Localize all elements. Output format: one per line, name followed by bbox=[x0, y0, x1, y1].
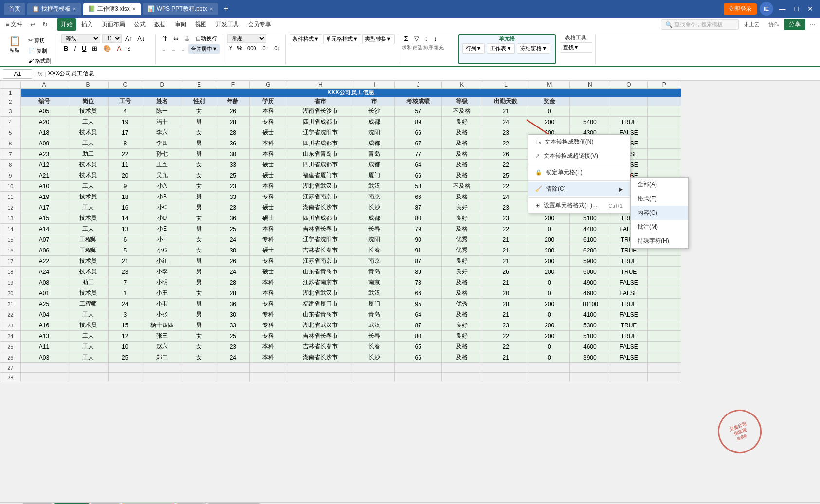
cell[interactable]: 本科 bbox=[250, 277, 287, 288]
cell[interactable]: 吴九 bbox=[142, 170, 182, 181]
align-left-button[interactable]: ≡ bbox=[160, 44, 168, 54]
cell[interactable]: 工程师 bbox=[68, 234, 108, 245]
col-h-ss[interactable]: 省市 bbox=[287, 97, 354, 106]
col-h-gw[interactable]: 岗位 bbox=[68, 97, 108, 106]
cell[interactable]: 24 bbox=[216, 234, 250, 245]
cell[interactable]: 20 bbox=[108, 170, 142, 181]
collab-btn[interactable]: 协作 bbox=[765, 19, 783, 30]
cell[interactable]: 21 bbox=[482, 234, 529, 245]
cell[interactable]: 湖南省长沙市 bbox=[287, 202, 354, 213]
cell[interactable]: 男 bbox=[182, 117, 216, 127]
context-menu-item-convert-link[interactable]: ↗ 文本转换成超链接(V) bbox=[528, 149, 630, 163]
cell[interactable]: 66 bbox=[395, 127, 442, 138]
cell[interactable]: 小A bbox=[142, 181, 182, 192]
cell-style-button[interactable]: 单元格样式▼ bbox=[323, 34, 361, 44]
font-color-button[interactable]: A bbox=[114, 44, 124, 53]
cell[interactable]: 22 bbox=[482, 224, 529, 234]
cell[interactable]: A06 bbox=[20, 245, 68, 256]
col-header-L[interactable]: L bbox=[482, 81, 529, 89]
cell[interactable]: 武汉 bbox=[354, 181, 395, 192]
cell[interactable]: 28 bbox=[216, 288, 250, 299]
cell[interactable]: 四川省成都市 bbox=[287, 213, 354, 224]
cell[interactable]: 66 bbox=[395, 352, 442, 363]
col-header-D[interactable]: D bbox=[142, 81, 182, 89]
cell[interactable]: 24 bbox=[108, 299, 142, 309]
cell[interactable]: 良好 bbox=[442, 331, 482, 342]
cell[interactable]: 湖南省长沙市 bbox=[287, 352, 354, 363]
cell[interactable]: 孙七 bbox=[142, 149, 182, 160]
cell[interactable]: 长沙 bbox=[354, 106, 395, 117]
cell[interactable]: 本科 bbox=[250, 181, 287, 192]
increase-decimal-button[interactable]: .0↑ bbox=[259, 44, 270, 52]
col-h-xb[interactable]: 性别 bbox=[182, 97, 216, 106]
cell[interactable]: 23 bbox=[216, 342, 250, 352]
cell[interactable]: 男 bbox=[182, 320, 216, 331]
cell[interactable]: 女 bbox=[182, 234, 216, 245]
cell[interactable]: 4900 bbox=[570, 277, 610, 288]
cell[interactable]: A12 bbox=[20, 160, 68, 170]
cell[interactable]: 小B bbox=[142, 192, 182, 202]
worksheet-button[interactable]: 工作表▼ bbox=[487, 43, 515, 54]
cell[interactable]: 小明 bbox=[142, 277, 182, 288]
cell[interactable]: 24 bbox=[482, 192, 529, 202]
cell[interactable]: 福建省厦门市 bbox=[287, 299, 354, 309]
cell[interactable]: 65 bbox=[395, 342, 442, 352]
cell[interactable]: 男 bbox=[182, 267, 216, 277]
cell[interactable]: 王五 bbox=[142, 160, 182, 170]
cell[interactable]: 36 bbox=[216, 299, 250, 309]
cell[interactable]: 79 bbox=[395, 224, 442, 234]
cell[interactable]: 专科 bbox=[250, 256, 287, 267]
cell[interactable]: 28 bbox=[216, 117, 250, 127]
cell[interactable]: 25 bbox=[216, 224, 250, 234]
cell[interactable]: 长春 bbox=[354, 342, 395, 352]
cell[interactable]: 4600 bbox=[570, 288, 610, 299]
align-bottom-button[interactable]: ⇊ bbox=[182, 34, 192, 43]
cell[interactable]: 本科 bbox=[250, 149, 287, 160]
cell[interactable]: 26 bbox=[482, 149, 529, 160]
cell[interactable]: 及格 bbox=[442, 277, 482, 288]
cell[interactable]: 9 bbox=[108, 181, 142, 192]
cell[interactable]: 0 bbox=[529, 352, 570, 363]
align-top-button[interactable]: ⇈ bbox=[160, 34, 170, 43]
font-increase-button[interactable]: A↑ bbox=[124, 35, 134, 43]
cell[interactable]: A24 bbox=[20, 267, 68, 277]
cell[interactable]: 硕士 bbox=[250, 245, 287, 256]
paste-button[interactable]: 📋 粘贴 bbox=[6, 34, 23, 54]
thousand-button[interactable]: 000 bbox=[245, 44, 258, 52]
cell[interactable]: 福建省厦门市 bbox=[287, 170, 354, 181]
cell[interactable]: 专科 bbox=[250, 320, 287, 331]
cell[interactable]: 成都 bbox=[354, 213, 395, 224]
cell[interactable]: TRUE bbox=[610, 299, 647, 309]
cell[interactable]: 30 bbox=[216, 149, 250, 160]
col-h-n[interactable] bbox=[570, 97, 610, 106]
cell[interactable]: 青岛 bbox=[354, 149, 395, 160]
cell[interactable]: 26 bbox=[216, 256, 250, 267]
cell[interactable]: 技术员 bbox=[68, 267, 108, 277]
menu-file[interactable]: ≡ 文件 bbox=[2, 18, 26, 31]
cell[interactable]: A10 bbox=[20, 181, 68, 192]
find-button[interactable]: 查找▼ bbox=[560, 42, 592, 53]
cell[interactable] bbox=[647, 267, 681, 277]
cell[interactable]: A11 bbox=[20, 342, 68, 352]
cell[interactable]: 87 bbox=[395, 202, 442, 213]
col-h-qd[interactable]: 出勤天数 bbox=[482, 97, 529, 106]
cell[interactable]: 女 bbox=[182, 342, 216, 352]
cell[interactable]: 山东省青岛市 bbox=[287, 309, 354, 320]
cell[interactable]: 0 bbox=[529, 277, 570, 288]
cell[interactable]: 11 bbox=[108, 160, 142, 170]
cell[interactable]: 22 bbox=[482, 138, 529, 149]
cell[interactable]: 四川省成都市 bbox=[287, 160, 354, 170]
cell[interactable]: 90 bbox=[395, 234, 442, 245]
sub-menu-item-format[interactable]: 格式(F) bbox=[631, 192, 688, 206]
cell[interactable]: 男 bbox=[182, 224, 216, 234]
cell[interactable]: 女 bbox=[182, 352, 216, 363]
cell[interactable]: 男 bbox=[182, 299, 216, 309]
cell[interactable]: 小王 bbox=[142, 288, 182, 299]
cell[interactable]: A01 bbox=[20, 288, 68, 299]
cell[interactable]: 良好 bbox=[442, 117, 482, 127]
cell[interactable]: 湖北省武汉市 bbox=[287, 288, 354, 299]
cell[interactable]: 89 bbox=[395, 117, 442, 127]
cell[interactable] bbox=[647, 288, 681, 299]
search-bar[interactable]: 🔍 查找命令，搜索模板 bbox=[661, 19, 739, 30]
col-h-xl[interactable]: 学历 bbox=[250, 97, 287, 106]
